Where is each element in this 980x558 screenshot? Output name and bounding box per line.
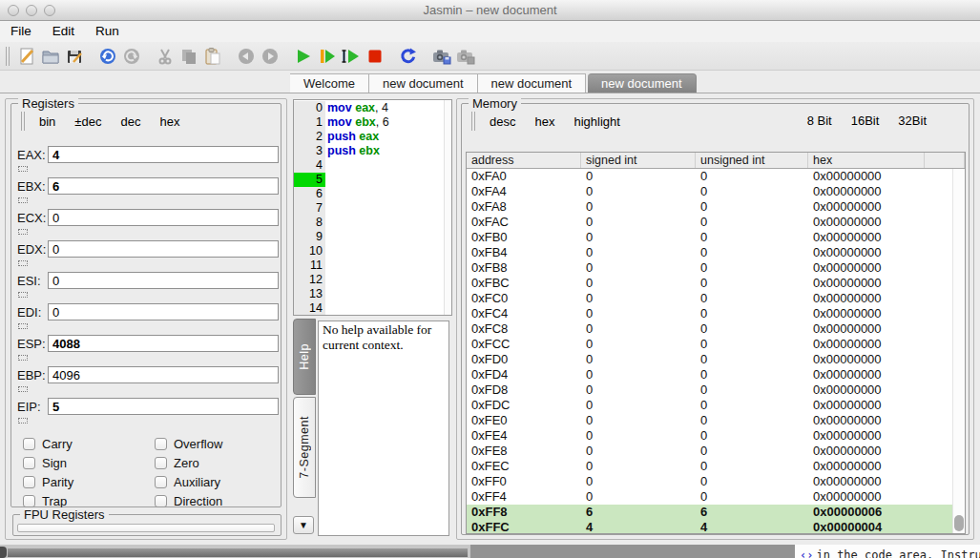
code-text[interactable] [325, 201, 327, 216]
code-text[interactable] [325, 258, 327, 273]
code-text[interactable] [325, 187, 327, 201]
document-tab[interactable]: new document [478, 73, 587, 93]
register-value-input[interactable] [48, 303, 279, 320]
memory-row[interactable]: 0xFD8 0 0 0x00000000 [467, 382, 965, 398]
open-folder-icon[interactable] [38, 44, 62, 68]
register-value-input[interactable] [48, 209, 279, 226]
code-text[interactable] [325, 173, 327, 187]
memory-view-button[interactable]: highlight [564, 113, 629, 131]
expand-subregisters-icon[interactable] [18, 292, 28, 298]
code-text[interactable] [325, 216, 327, 230]
tab-help[interactable]: Help [293, 319, 316, 395]
expand-subregisters-icon[interactable] [18, 355, 28, 361]
code-text[interactable]: mov eax, 4 [325, 101, 388, 115]
memory-toolbar-grip[interactable] [471, 112, 475, 131]
flag-checkbox[interactable] [155, 438, 167, 450]
document-tab[interactable]: new document [588, 73, 697, 93]
save-icon[interactable] [62, 44, 86, 68]
code-text[interactable]: push ebx [325, 144, 380, 158]
register-value-input[interactable] [48, 240, 279, 258]
register-value-input[interactable] [48, 398, 279, 415]
memory-row[interactable]: 0xFF4 0 0 0x00000000 [467, 489, 965, 505]
register-format-button[interactable]: hex [150, 113, 189, 131]
reset-icon[interactable] [396, 44, 420, 68]
memory-row[interactable]: 0xFF8 6 6 0x00000006 [467, 505, 965, 520]
stop-icon[interactable] [363, 44, 386, 68]
code-text[interactable] [325, 301, 327, 316]
history-forward-icon[interactable] [258, 44, 281, 68]
register-format-button[interactable]: ±dec [65, 113, 111, 131]
expand-subregisters-icon[interactable] [18, 323, 28, 329]
column-header-signed-int[interactable]: signed int [581, 153, 696, 168]
code-text[interactable]: push eax [325, 130, 379, 144]
memory-row[interactable]: 0xFE8 0 0 0x00000000 [467, 444, 965, 459]
collapse-help-button[interactable]: ▼ [293, 516, 314, 534]
document-tab[interactable]: Welcome [290, 73, 369, 93]
memory-scrollbar[interactable] [952, 169, 965, 533]
register-format-button[interactable]: bin [30, 113, 65, 131]
expand-subregisters-icon[interactable] [18, 386, 28, 392]
memory-row[interactable]: 0xFEC 0 0 0x00000000 [467, 459, 965, 474]
memory-row[interactable]: 0xFC0 0 0 0x00000000 [467, 291, 965, 306]
menu-item[interactable]: File [0, 21, 42, 42]
editor-scrollbar[interactable] [444, 100, 451, 315]
memory-row[interactable]: 0xFB0 0 0 0x00000000 [467, 230, 965, 245]
register-format-button[interactable]: dec [111, 113, 150, 131]
expand-subregisters-icon[interactable] [18, 418, 28, 424]
run-icon[interactable] [291, 44, 315, 68]
register-value-input[interactable] [48, 146, 279, 163]
memory-scrollbar-thumb[interactable] [954, 515, 964, 531]
memory-row[interactable]: 0xFA8 0 0 0x00000000 [467, 199, 965, 215]
new-document-icon[interactable] [14, 44, 38, 68]
step-icon[interactable] [339, 44, 363, 68]
column-header-address[interactable]: address [467, 153, 581, 168]
paste-icon[interactable] [200, 44, 224, 68]
memory-row[interactable]: 0xFE0 0 0 0x00000000 [467, 413, 965, 428]
memory-width-button[interactable]: 16Bit [842, 112, 889, 130]
expand-subregisters-icon[interactable] [18, 229, 28, 235]
register-value-input[interactable] [48, 366, 279, 383]
menu-item[interactable]: Run [85, 21, 130, 42]
memory-row[interactable]: 0xFF0 0 0 0x00000000 [467, 474, 965, 489]
memory-row[interactable]: 0xFCC 0 0 0x00000000 [467, 337, 965, 352]
flag-checkbox[interactable] [23, 476, 35, 488]
column-header-hex[interactable]: hex [808, 153, 925, 168]
document-tab[interactable]: new document [369, 73, 478, 93]
flag-checkbox[interactable] [23, 495, 35, 507]
register-value-input[interactable] [48, 272, 279, 289]
register-value-input[interactable] [48, 335, 279, 352]
memory-row[interactable]: 0xFC8 0 0 0x00000000 [467, 321, 965, 337]
redo-icon[interactable] [119, 44, 143, 68]
split-pane-divider[interactable] [8, 548, 468, 557]
memory-view-button[interactable]: desc [480, 113, 525, 131]
flag-checkbox[interactable] [155, 457, 167, 469]
column-header-unsigned-int[interactable]: unsigned int [696, 153, 808, 168]
code-text[interactable] [325, 230, 327, 244]
memory-row[interactable]: 0xFFC 4 4 0x00000004 [467, 520, 965, 534]
memory-row[interactable]: 0xFB4 0 0 0x00000000 [467, 245, 965, 260]
flag-checkbox[interactable] [23, 438, 35, 450]
code-text[interactable] [325, 287, 327, 301]
load-snapshot-icon[interactable] [453, 44, 477, 68]
register-toolbar-grip[interactable] [21, 112, 25, 131]
register-value-input[interactable] [48, 177, 279, 195]
menu-item[interactable]: Edit [42, 21, 85, 42]
cut-icon[interactable] [153, 44, 177, 68]
memory-row[interactable]: 0xFA0 0 0 0x00000000 [467, 169, 965, 184]
code-text[interactable] [325, 273, 327, 287]
save-snapshot-icon[interactable] [429, 44, 453, 68]
memory-view-button[interactable]: hex [525, 113, 564, 131]
expand-subregisters-icon[interactable] [18, 197, 28, 203]
memory-row[interactable]: 0xFBC 0 0 0x00000000 [467, 276, 965, 291]
history-back-icon[interactable] [234, 44, 258, 68]
expand-subregisters-icon[interactable] [18, 166, 28, 172]
memory-row[interactable]: 0xFAC 0 0 0x00000000 [467, 215, 965, 230]
code-text[interactable]: mov ebx, 6 [325, 115, 389, 130]
flag-checkbox[interactable] [155, 476, 167, 488]
memory-row[interactable]: 0xFD4 0 0 0x00000000 [467, 367, 965, 382]
memory-row[interactable]: 0xFB8 0 0 0x00000000 [467, 260, 965, 276]
memory-row[interactable]: 0xFE4 0 0 0x00000000 [467, 428, 965, 444]
memory-row[interactable]: 0xFDC 0 0 0x00000000 [467, 398, 965, 413]
memory-row[interactable]: 0xFC4 0 0 0x00000000 [467, 306, 965, 321]
tab-7-segment[interactable]: 7-Segment [293, 397, 316, 498]
